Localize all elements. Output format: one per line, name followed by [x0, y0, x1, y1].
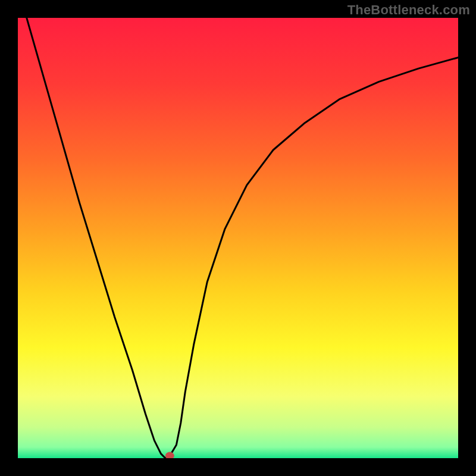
minimum-marker — [165, 452, 174, 458]
chart-frame: TheBottleneck.com — [0, 0, 476, 476]
gradient-background — [18, 18, 458, 458]
plot-area — [18, 18, 458, 458]
chart-svg — [18, 18, 458, 458]
attribution-text: TheBottleneck.com — [347, 2, 470, 18]
